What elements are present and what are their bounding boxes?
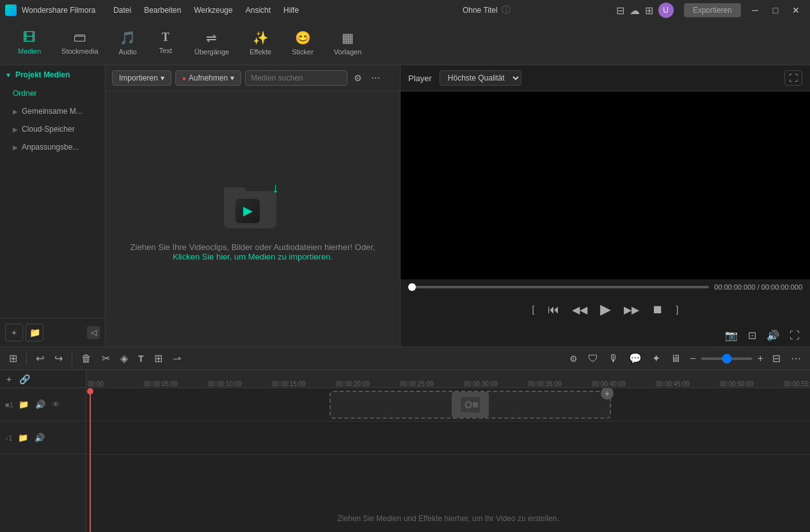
- menu-datei[interactable]: Datei: [108, 3, 136, 17]
- grid-view-btn[interactable]: ⊟: [768, 351, 784, 366]
- tool-uebergaenge[interactable]: ⇌ Übergänge: [187, 26, 237, 59]
- import-link[interactable]: Klicken Sie hier, um Medien zu importier…: [173, 252, 333, 262]
- video-drop-zone[interactable]: +: [330, 391, 611, 419]
- cut-button[interactable]: ✂: [98, 350, 114, 367]
- timeline-ruler[interactable]: 00:00 00:00:05:00 00:00:10:00 00:00:15:0…: [86, 370, 810, 388]
- ruler-mark-3: 00:00:15:00: [272, 380, 306, 387]
- pip-btn[interactable]: ⊡: [745, 327, 759, 344]
- mark-out-btn[interactable]: ]: [674, 302, 681, 317]
- link-btn[interactable]: 🔗: [15, 372, 34, 387]
- save-cloud-btn[interactable]: ☁: [630, 4, 640, 17]
- layout-btn[interactable]: ⊞: [5, 350, 21, 367]
- speed-tool[interactable]: ⇀: [169, 350, 185, 367]
- more-btn[interactable]: ⋯: [787, 351, 805, 366]
- zoom-out-button[interactable]: −: [687, 352, 698, 366]
- timeline-area: ⊞ ↩ ↪ 🗑 ✂ ◈ T ⊞ ⇀ ⚙ 🛡 🎙 💬 ✦ 🖥 − + ⊟ ⋯: [0, 347, 810, 532]
- fullscreen-button[interactable]: ⛶: [784, 70, 802, 86]
- text-tool[interactable]: T: [134, 351, 148, 366]
- select-tool[interactable]: ◈: [116, 350, 132, 367]
- tool-sticker[interactable]: 😊 Sticker: [284, 26, 321, 59]
- zoom-slider[interactable]: [701, 357, 752, 360]
- audio-icon: 🎵: [120, 30, 136, 45]
- close-button[interactable]: ✕: [787, 4, 805, 17]
- quality-select[interactable]: Höchste QualitätHohe QualitätMittlere Qu…: [440, 70, 521, 86]
- media-toolbar: Importieren ▾ ● Aufnehmen ▾ ⚙ ⋯: [106, 65, 400, 91]
- stop-button[interactable]: ⏹: [649, 301, 666, 319]
- redo-button[interactable]: ↪: [51, 350, 67, 367]
- svg-point-2: [466, 403, 470, 407]
- mic-btn[interactable]: 🎙: [605, 350, 623, 367]
- track-mute-btn[interactable]: 🔊: [33, 432, 46, 444]
- undo-button[interactable]: ↩: [32, 350, 48, 367]
- timeline-drop-text: Ziehen Sie Medien und Effekte hierher, u…: [337, 514, 559, 523]
- play-button[interactable]: ▶: [598, 299, 614, 320]
- snapshot-btn[interactable]: 📷: [722, 327, 740, 344]
- screen-btn[interactable]: 🖥: [667, 350, 685, 367]
- add-clip-btn[interactable]: +: [601, 388, 614, 400]
- timeline-tracks-header: + 🔗 ■1 📁 🔊 👁 ♪1 📁 🔊: [0, 370, 86, 532]
- more-options-button[interactable]: ⋯: [369, 70, 383, 86]
- audio-track-1: [86, 421, 810, 455]
- mark-in-btn[interactable]: [: [530, 302, 537, 317]
- track-folder-btn[interactable]: 📁: [17, 398, 30, 411]
- caption-btn[interactable]: 💬: [625, 350, 646, 367]
- rewind-button[interactable]: ⏮: [545, 301, 562, 319]
- progress-bar[interactable]: [408, 286, 709, 288]
- tool-audio[interactable]: 🎵 Audio: [111, 26, 145, 59]
- sidebar-collapse-btn[interactable]: ◁: [87, 326, 100, 339]
- filter-button[interactable]: ⚙: [351, 70, 365, 86]
- menu-bearbeiten[interactable]: Bearbeiten: [139, 3, 186, 17]
- player-tab[interactable]: Player: [408, 74, 432, 83]
- sidebar-item-cloud[interactable]: ▶ Cloud-Speicher: [3, 121, 102, 137]
- sidebar-item-anpassung[interactable]: ▶ Anpassungsbe...: [3, 139, 102, 155]
- zoom-in-button[interactable]: +: [755, 352, 766, 366]
- toolbar: 🎞 Medien 🗃 Stockmedia 🎵 Audio T Text ⇌ Ü…: [0, 20, 810, 65]
- chevron-down-icon: ▾: [161, 74, 164, 82]
- minimize-button[interactable]: ─: [746, 4, 764, 17]
- add-folder-btn[interactable]: +: [5, 324, 23, 341]
- app-name: Wondershare Filmora: [22, 6, 95, 15]
- tool-medien[interactable]: 🎞 Medien: [10, 26, 49, 59]
- sidebar-header[interactable]: ▼ Projekt Medien: [0, 65, 105, 84]
- tool-stockmedia[interactable]: 🗃 Stockmedia: [54, 26, 106, 59]
- add-track-btn[interactable]: +: [5, 373, 13, 386]
- devices-btn[interactable]: ⊞: [645, 4, 653, 17]
- media-search-input[interactable]: [245, 70, 347, 86]
- tool-text[interactable]: T Text: [150, 27, 182, 58]
- menu-bar: Datei Bearbeiten Werkzeuge Ansicht Hilfe: [108, 3, 357, 17]
- track-folder-btn2[interactable]: 📁: [17, 432, 29, 444]
- media-drop-zone[interactable]: ▶ ↓ Ziehen Sie Ihre Videoclips, Bilder o…: [106, 91, 400, 347]
- player-extra-controls: 📷 ⊡ 🔊 ⛶: [401, 324, 810, 347]
- user-avatar[interactable]: U: [658, 3, 674, 18]
- playhead[interactable]: [90, 388, 91, 532]
- menu-werkzeuge[interactable]: Werkzeuge: [189, 3, 237, 17]
- separator: [26, 352, 27, 365]
- arrow-icon: ▶: [13, 144, 18, 151]
- minimize-to-tray-btn[interactable]: ⊟: [616, 4, 624, 17]
- sidebar-item-ordner[interactable]: Ordner: [3, 85, 102, 102]
- tool-effekte[interactable]: ✨ Effekte: [242, 26, 279, 59]
- volume-btn[interactable]: 🔊: [764, 327, 782, 344]
- track-volume-btn[interactable]: 🔊: [34, 398, 47, 411]
- track-visible-btn[interactable]: 👁: [51, 398, 61, 411]
- ruler-mark-8: 00:00:40:00: [592, 380, 626, 387]
- maximize-button[interactable]: □: [766, 4, 784, 17]
- forward-frame-button[interactable]: ▶▶: [621, 301, 642, 318]
- folder-icon-btn[interactable]: 📁: [26, 324, 44, 341]
- back-frame-button[interactable]: ◀◀: [569, 301, 590, 318]
- crop-tool[interactable]: ⊞: [150, 350, 166, 367]
- import-button[interactable]: Importieren ▾: [112, 70, 171, 86]
- menu-hilfe[interactable]: Hilfe: [278, 3, 304, 17]
- media-panel: Importieren ▾ ● Aufnehmen ▾ ⚙ ⋯ ▶: [106, 65, 401, 347]
- sidebar-item-gemeinsam[interactable]: ▶ Gemeinsame M...: [3, 103, 102, 120]
- menu-ansicht[interactable]: Ansicht: [241, 3, 276, 17]
- magic-btn[interactable]: ✦: [648, 350, 664, 367]
- tool-vorlagen[interactable]: ▦ Vorlagen: [326, 26, 369, 59]
- record-button[interactable]: ● Aufnehmen ▾: [175, 70, 241, 86]
- fullscreen-btn2[interactable]: ⛶: [787, 327, 802, 344]
- export-button[interactable]: Exportieren: [684, 3, 741, 17]
- delete-button[interactable]: 🗑: [77, 350, 95, 367]
- shield-btn[interactable]: 🛡: [584, 350, 602, 367]
- settings-icon[interactable]: ⚙: [566, 351, 582, 366]
- title-bar: Wondershare Filmora Datei Bearbeiten Wer…: [0, 0, 810, 20]
